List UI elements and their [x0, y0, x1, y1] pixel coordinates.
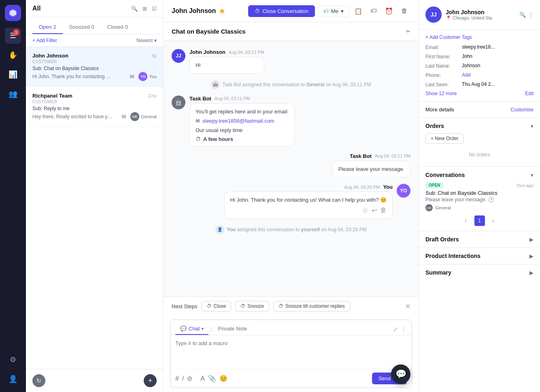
- msg-time: Aug 04, 03:11 PM: [229, 50, 264, 55]
- nav-settings[interactable]: ⚙: [5, 352, 21, 368]
- sort-newest-btn[interactable]: Newest ▾: [136, 38, 157, 43]
- field-firstname: First Name: John: [425, 53, 534, 60]
- chat-input-tabs: 💬 Chat ▾ | Private Note ⤢ ⋮: [170, 320, 412, 335]
- chevron-down-icon: ▾: [154, 38, 157, 43]
- tab-snoozed[interactable]: Snoozed 0: [63, 21, 101, 34]
- nav-touch[interactable]: ✋: [5, 47, 21, 63]
- msg-bubble: Hi: [189, 57, 264, 74]
- star-icon[interactable]: ★: [219, 7, 225, 15]
- message-row-taskbot-2: Task Bot Aug 04, 03:11 PM Please leave y…: [172, 153, 410, 178]
- close-step-icon: ⏱: [207, 303, 212, 309]
- show-more-fields-btn[interactable]: Show 12 more: [425, 91, 457, 96]
- orders-toggle-icon[interactable]: ▾: [531, 123, 534, 129]
- tab-closed[interactable]: Closed 0: [101, 21, 134, 34]
- chat-input-area: 💬 Chat ▾ | Private Note ⤢ ⋮ # / ⊘ A 📎 😊 …: [170, 320, 412, 388]
- add-customer-tags-btn[interactable]: + Add Customer Tags: [425, 34, 534, 40]
- expand-icon[interactable]: ⤢: [393, 326, 398, 332]
- tags-icon[interactable]: 🏷: [368, 5, 380, 17]
- nav-users[interactable]: 👥: [5, 86, 21, 102]
- conv-entry-subject: Sub: Chat on Bayside Classics: [425, 190, 534, 196]
- emoji-reaction-icon[interactable]: ☺: [362, 207, 368, 214]
- more-details-section[interactable]: More details Customise: [419, 102, 540, 118]
- page-1-btn[interactable]: 1: [474, 215, 485, 226]
- close-next-steps-icon[interactable]: ✕: [405, 303, 410, 310]
- assign-agent-button[interactable]: 🏷 Me ▾: [318, 5, 349, 17]
- delete-msg-icon[interactable]: 🗑: [380, 207, 387, 214]
- summary-arrow-icon: ▶: [529, 270, 534, 276]
- customer-avatar: JJ: [172, 49, 185, 63]
- attachment-icon[interactable]: 📎: [208, 375, 216, 382]
- nav-inbox[interactable]: ☰ 1: [5, 28, 21, 44]
- delete-icon[interactable]: 🗑: [398, 5, 410, 17]
- check-icon[interactable]: ☑: [152, 6, 157, 12]
- more-customer-icon[interactable]: ⋮: [528, 12, 534, 18]
- notes-icon[interactable]: 📋: [352, 5, 364, 17]
- bot-avatar-1: 🤖: [172, 96, 185, 109]
- tab-private-note[interactable]: Private Note: [213, 323, 252, 335]
- next-step-snooze-btn[interactable]: ⏱ Snooze: [235, 301, 269, 311]
- system-avatar-2: 👤: [215, 225, 224, 234]
- customise-btn[interactable]: Customise: [510, 107, 534, 113]
- email-icon-msg: ✉: [196, 118, 200, 124]
- chat-tab-chevron: ▾: [202, 326, 204, 331]
- email-link[interactable]: sleepy.tree1858@fastmail.com: [202, 118, 274, 124]
- emoji-icon[interactable]: 😊: [219, 375, 227, 382]
- next-page-btn[interactable]: ›: [488, 215, 499, 226]
- conversation-list: All 🔍 ⊞ ☑ Open 2 Snoozed 0 Closed 0 + Ad…: [26, 0, 164, 392]
- conversations-title: Conversations: [425, 172, 465, 178]
- conv-item-john-johnson[interactable]: John Johnson 5s CUSTOMER Sub: Chat on Ba…: [26, 47, 163, 87]
- bot-bubble-1: You'll get replies here and in your emai…: [189, 103, 295, 147]
- chat-header-actions: ⏱ Close Conversation 🏷 Me ▾ 📋 🏷 ⏰ 🗑: [248, 5, 410, 17]
- slash-icon[interactable]: /: [182, 375, 184, 382]
- next-step-snooze-customer-btn[interactable]: ⏱ Snooze till customer replies: [273, 301, 350, 311]
- conv-item-richpanel-team[interactable]: Richpanel Team 27m CUSTOMER Sub: Reply t…: [26, 87, 163, 127]
- chat-input-toolbar: # / ⊘ A 📎 😊 Send ▾: [170, 369, 412, 388]
- customer-header: JJ John Johnson 📍 Chicago, United Sta 🔍 …: [419, 0, 540, 30]
- tab-chat[interactable]: 💬 Chat ▾: [175, 323, 208, 335]
- conv-filter-bar: + Add Filter Newest ▾: [26, 34, 163, 47]
- add-filter-btn[interactable]: + Add Filter: [32, 38, 57, 43]
- nav-chart[interactable]: 📊: [5, 66, 21, 83]
- chat-widget-button[interactable]: 💬: [391, 364, 410, 384]
- header-icon-group: 📋 🏷 ⏰ 🗑: [352, 5, 410, 17]
- search-customer-icon[interactable]: 🔍: [519, 12, 526, 18]
- tab-open[interactable]: Open 2: [32, 21, 63, 34]
- location-icon: 📍: [446, 15, 451, 21]
- product-interactions-section[interactable]: Product Interactions ▶: [419, 248, 540, 264]
- search-icon[interactable]: 🔍: [131, 6, 138, 12]
- agent-icon: 🏷: [323, 8, 329, 14]
- new-conversation-button[interactable]: +: [144, 374, 157, 387]
- left-navigation: ☰ 1 ✋ 📊 👥 ⚙ 👤: [0, 0, 26, 392]
- conv-entry-1[interactable]: OPEN 15m ago Sub: Chat on Bayside Classi…: [425, 182, 534, 211]
- edit-customer-btn[interactable]: Edit: [525, 91, 534, 96]
- at-icon[interactable]: ⊘: [187, 375, 192, 382]
- conv-status-badge: OPEN: [425, 182, 443, 188]
- add-phone-link[interactable]: Add: [462, 72, 470, 78]
- draft-orders-section[interactable]: Draft Orders ▶: [419, 231, 540, 248]
- close-conversation-button[interactable]: ⏱ Close Conversation: [248, 5, 315, 17]
- more-options-icon[interactable]: ⋮: [400, 325, 407, 333]
- draft-orders-title: Draft Orders: [425, 236, 459, 243]
- next-step-close-btn[interactable]: ⏱ Close: [202, 301, 232, 311]
- conversations-toggle-icon[interactable]: ▾: [531, 172, 534, 178]
- edit-subject-icon[interactable]: ✏: [406, 28, 410, 34]
- customer-details-section: + Add Customer Tags Email: sleepy.tree18…: [419, 30, 540, 102]
- nav-profile[interactable]: 👤: [5, 371, 21, 387]
- refresh-button[interactable]: ↻: [32, 374, 45, 387]
- reminder-icon[interactable]: ⏰: [383, 5, 395, 17]
- chat-header: John Johnson ★ ⏱ Close Conversation 🏷 Me…: [164, 0, 419, 22]
- product-interactions-title: Product Interactions: [425, 253, 480, 259]
- agent-avatar: YO: [397, 184, 410, 198]
- summary-section[interactable]: Summary ▶: [419, 264, 540, 281]
- prev-page-btn[interactable]: ‹: [461, 215, 471, 226]
- hashtag-icon[interactable]: #: [175, 375, 179, 382]
- msg-action-bar: ☺ ↩ 🗑: [230, 207, 387, 214]
- font-icon[interactable]: A: [200, 375, 205, 382]
- chat-textarea[interactable]: [170, 335, 412, 368]
- conv-entry-clock-icon: 🕐: [488, 197, 494, 202]
- app-logo[interactable]: [5, 5, 21, 21]
- inbox-badge: 1: [13, 29, 19, 36]
- new-order-button[interactable]: + New Order: [425, 133, 463, 144]
- filter-icon[interactable]: ⊞: [142, 6, 147, 12]
- reply-icon[interactable]: ↩: [372, 207, 377, 214]
